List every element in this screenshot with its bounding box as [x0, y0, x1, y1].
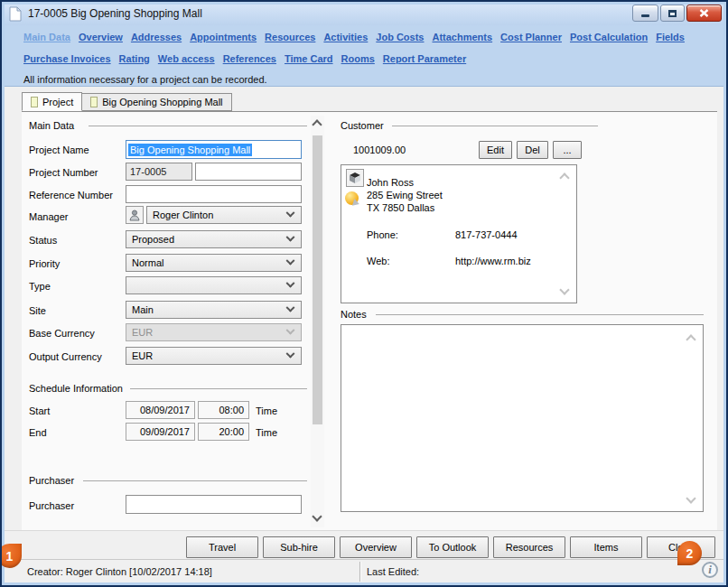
customer-street: 285 Ewing Street [367, 190, 443, 200]
tab-big-opening-shopping-mall[interactable]: Big Opening Shopping Mall [82, 93, 231, 111]
minimize-button[interactable] [632, 5, 658, 22]
status-dropdown[interactable]: Proposed [126, 230, 302, 248]
output-currency-dropdown[interactable]: EUR [126, 347, 302, 365]
minimize-icon [641, 14, 649, 17]
scroll-down-icon[interactable] [312, 511, 322, 521]
nav-appointments[interactable]: Appointments [190, 32, 257, 42]
overview-button[interactable]: Overview [340, 536, 412, 558]
nav-activities[interactable]: Activities [323, 32, 368, 42]
scroll-up-icon[interactable] [312, 119, 322, 129]
priority-dropdown[interactable]: Normal [126, 254, 302, 272]
form-scrollbar[interactable] [311, 116, 324, 527]
nav-overview[interactable]: Overview [79, 32, 123, 42]
nav-references[interactable]: References [223, 53, 276, 64]
document-icon [9, 6, 22, 22]
tab-project-label: Project [42, 97, 73, 107]
nav-resources[interactable]: Resources [265, 32, 315, 42]
group-purchaser: Purchaser [29, 475, 74, 486]
nav-post-calculation[interactable]: Post Calculation [570, 32, 648, 42]
nav-rating[interactable]: Rating [119, 53, 150, 64]
nav-addresses[interactable]: Addresses [131, 32, 182, 42]
sub-hire-button[interactable]: Sub-hire [263, 536, 335, 558]
header: Main Data Overview Addresses Appointment… [2, 25, 726, 87]
customer-edit-button[interactable]: Edit [479, 141, 512, 159]
purchaser-label: Purchaser [29, 500, 74, 511]
chevron-down-icon [286, 325, 295, 334]
nav-attachments[interactable]: Attachments [432, 32, 492, 42]
reference-number-input[interactable] [126, 185, 302, 203]
group-notes: Notes [341, 309, 367, 320]
tab-page-icon [90, 97, 98, 107]
notes-textarea[interactable] [341, 324, 704, 512]
contact-icon [345, 191, 359, 205]
customer-more-button[interactable]: ... [553, 141, 582, 159]
window-title: 17-0005 Big Opening Shopping Mall [28, 7, 202, 20]
end-time-field[interactable]: 20:00 [198, 423, 249, 441]
nav-cost-planner[interactable]: Cost Planner [500, 32, 562, 42]
nav-web-access[interactable]: Web access [158, 53, 215, 64]
maximize-button[interactable] [660, 5, 685, 22]
items-button[interactable]: Items [570, 536, 642, 558]
scroll-up-icon[interactable] [559, 172, 569, 182]
to-outlook-button[interactable]: To Outlook [416, 536, 489, 558]
start-time-field[interactable]: 08:00 [198, 401, 249, 419]
manager-label: Manager [29, 211, 68, 222]
reference-number-label: Reference Number [29, 190, 113, 200]
nav-purchase-invoices[interactable]: Purchase Invoices [23, 53, 111, 64]
tab-strip: Project Big Opening Shopping Mall [22, 93, 232, 111]
chevron-down-icon [286, 303, 295, 312]
nav-fields[interactable]: Fields [656, 32, 685, 42]
resources-button[interactable]: Resources [493, 536, 565, 558]
scroll-down-icon[interactable] [559, 284, 569, 294]
tab-mall-label: Big Opening Shopping Mall [102, 97, 222, 107]
last-edited-status-text: Last Edited: [367, 566, 419, 577]
end-date-field[interactable]: 09/09/2017 [126, 423, 195, 441]
type-label: Type [29, 281, 51, 292]
info-icon[interactable]: i [702, 562, 718, 578]
type-dropdown[interactable] [126, 276, 302, 294]
maximize-icon [668, 10, 677, 17]
customer-item-button[interactable] [346, 169, 364, 187]
nav-job-costs[interactable]: Job Costs [376, 32, 424, 42]
chevron-down-icon [286, 232, 295, 241]
status-label: Status [29, 235, 57, 246]
nav-main-data[interactable]: Main Data [23, 32, 70, 42]
start-date-field[interactable]: 08/09/2017 [126, 401, 195, 419]
status-value: Proposed [132, 234, 174, 245]
header-info-text: All information necessary for a project … [23, 74, 267, 85]
customer-del-button[interactable]: Del [517, 141, 548, 159]
travel-button[interactable]: Travel [186, 536, 258, 558]
nav-rooms[interactable]: Rooms [341, 53, 375, 64]
status-bar: Creator: Roger Clinton [10/02/2017 14:18… [2, 559, 726, 585]
group-line [376, 314, 704, 315]
group-main-data: Main Data [29, 120, 74, 131]
purchaser-input[interactable] [126, 495, 302, 514]
manager-picker-button[interactable] [126, 206, 144, 224]
output-currency-value: EUR [132, 350, 153, 361]
project-name-input[interactable]: Big Opening Shopping Mall [126, 140, 302, 159]
scroll-up-icon[interactable] [686, 334, 695, 344]
priority-label: Priority [29, 258, 60, 269]
manager-dropdown[interactable]: Roger Clinton [146, 206, 302, 224]
nav-time-card[interactable]: Time Card [285, 53, 333, 64]
statusbar-divider [359, 562, 360, 582]
site-dropdown[interactable]: Main [126, 301, 302, 319]
group-line [89, 126, 307, 126]
scrollbar-thumb[interactable] [313, 135, 322, 424]
manager-value: Roger Clinton [153, 210, 213, 220]
nav-report-parameter[interactable]: Report Parameter [383, 53, 466, 64]
customer-city: TX 7850 Dallas [367, 202, 434, 213]
project-number-suffix-input[interactable] [195, 163, 302, 181]
site-value: Main [132, 304, 154, 315]
person-icon [129, 210, 140, 221]
scroll-down-icon[interactable] [686, 493, 695, 503]
group-schedule-information: Schedule Information [29, 383, 123, 394]
customer-phone-label: Phone: [367, 229, 398, 240]
tab-page-icon [31, 97, 38, 107]
tab-project[interactable]: Project [22, 92, 82, 111]
customer-web-value: http://www.rm.biz [455, 256, 531, 266]
close-button[interactable] [686, 5, 722, 22]
group-line [83, 480, 307, 481]
annotation-badge-2: 2 [677, 541, 702, 565]
titlebar[interactable]: 17-0005 Big Opening Shopping Mall [2, 2, 726, 25]
